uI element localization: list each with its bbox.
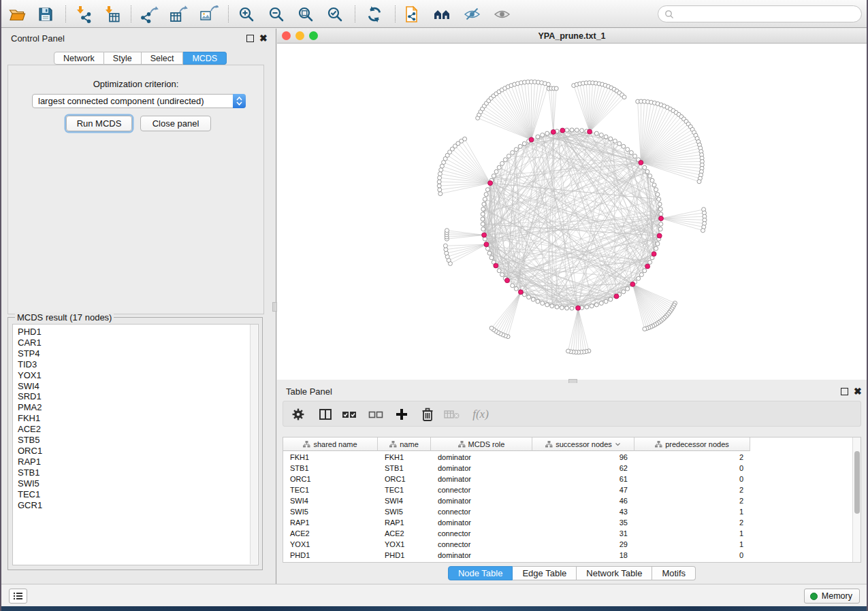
function-builder-icon[interactable]: f(x) — [471, 405, 490, 424]
mcds-result-item[interactable]: FKH1 — [18, 413, 258, 424]
cell-successor-nodes: 29 — [532, 539, 634, 550]
network-view[interactable] — [277, 44, 867, 380]
network-window-titlebar[interactable]: YPA_prune.txt_1 — [277, 29, 867, 44]
zoom-selected-icon[interactable] — [325, 5, 344, 24]
column-header-shared-name[interactable]: shared name — [283, 437, 378, 451]
mcds-result-item[interactable]: GCR1 — [18, 500, 258, 511]
cell-name: FKH1 — [378, 452, 431, 463]
column-header-name[interactable]: name — [378, 437, 431, 451]
column-header-predecessor-nodes[interactable]: predecessor nodes — [634, 437, 750, 451]
table-row[interactable]: STB1STB1dominator620 — [283, 463, 853, 474]
mcds-result-item[interactable]: SWI4 — [18, 381, 258, 392]
tab-edge-table[interactable]: Edge Table — [513, 566, 577, 580]
table-row[interactable]: ORC1ORC1dominator610 — [283, 474, 853, 484]
cell-shared-name: FKH1 — [283, 452, 378, 463]
table-row[interactable]: RAP1RAP1dominator352 — [283, 517, 853, 528]
cell-predecessor-nodes: 2 — [634, 495, 750, 506]
table-row[interactable]: YOX1YOX1connector291 — [283, 539, 853, 550]
tab-motifs[interactable]: Motifs — [652, 566, 696, 580]
cell-MCDS-role: dominator — [431, 517, 532, 528]
save-icon[interactable] — [36, 5, 55, 24]
zoom-fit-icon[interactable] — [296, 5, 315, 24]
task-history-button[interactable] — [9, 589, 27, 604]
mcds-result-item[interactable]: TID3 — [18, 359, 258, 370]
cell-MCDS-role: connector — [431, 528, 532, 539]
table-row[interactable]: SWI5SWI5connector431 — [283, 506, 853, 517]
table-row[interactable]: SWI4SWI4dominator462 — [283, 495, 853, 506]
mcds-result-item[interactable]: STB1 — [18, 467, 258, 478]
cell-name: ORC1 — [378, 474, 431, 484]
tab-node-table[interactable]: Node Table — [448, 566, 513, 580]
hide-selected-icon[interactable] — [463, 5, 482, 24]
status-bar: Memory — [0, 584, 868, 606]
network-file-icon[interactable] — [402, 5, 421, 24]
table-scrollbar-thumb[interactable] — [854, 451, 860, 514]
mcds-result-item[interactable]: STP4 — [18, 348, 258, 359]
table-panel-close-icon[interactable]: ✖ — [854, 386, 862, 397]
optimization-criterion-select[interactable]: largest connected component (undirected) — [32, 94, 246, 108]
first-neighbors-icon[interactable] — [433, 5, 452, 24]
delete-icon[interactable] — [418, 405, 437, 424]
mcds-result-group: MCDS result (17 nodes) PHD1CAR1STP4TID3Y… — [7, 317, 263, 570]
tab-network-table[interactable]: Network Table — [577, 566, 652, 580]
refresh-icon[interactable] — [365, 5, 384, 24]
tab-style[interactable]: Style — [104, 52, 142, 65]
tab-mcds[interactable]: MCDS — [183, 52, 227, 65]
select-all-icon[interactable] — [340, 405, 359, 424]
vertical-divider-grip[interactable] — [272, 302, 277, 312]
table-row[interactable]: ACE2ACE2connector311 — [283, 528, 853, 539]
import-network-icon[interactable] — [74, 5, 93, 24]
cell-name: SWI4 — [378, 495, 431, 506]
export-table-icon[interactable] — [170, 5, 189, 24]
add-icon[interactable] — [392, 405, 411, 424]
mcds-result-item[interactable]: TEC1 — [18, 489, 258, 500]
zoom-out-icon[interactable] — [267, 5, 286, 24]
mcds-list-scrollbar[interactable] — [250, 325, 257, 564]
memory-button[interactable]: Memory — [804, 589, 860, 604]
import-table-icon[interactable] — [103, 5, 122, 24]
tab-select[interactable]: Select — [142, 52, 184, 65]
run-mcds-button[interactable]: Run MCDS — [66, 116, 132, 131]
export-network-icon[interactable] — [140, 5, 159, 24]
tab-network[interactable]: Network — [54, 52, 104, 65]
cell-MCDS-role: connector — [431, 484, 532, 495]
main-toolbar — [0, 0, 868, 28]
table-row[interactable]: FKH1FKH1dominator962 — [283, 452, 853, 463]
unselect-all-icon[interactable] — [366, 405, 385, 424]
cell-name: RAP1 — [378, 517, 431, 528]
cell-successor-nodes: 61 — [532, 474, 634, 484]
mcds-result-item[interactable]: SWI5 — [18, 478, 258, 489]
mcds-result-item[interactable]: CAR1 — [18, 337, 258, 348]
zoom-in-icon[interactable] — [237, 5, 256, 24]
open-folder-icon[interactable] — [8, 5, 27, 24]
mcds-result-item[interactable]: ORC1 — [18, 446, 258, 457]
control-panel-close-icon[interactable]: ✖ — [259, 33, 268, 44]
columns-icon[interactable] — [316, 405, 335, 424]
mcds-result-item[interactable]: YOX1 — [18, 370, 258, 381]
cell-shared-name: ORC1 — [283, 474, 378, 484]
mcds-result-item[interactable]: PHD1 — [18, 327, 258, 337]
table-panel-float-icon[interactable] — [841, 388, 848, 395]
column-header-successor-nodes[interactable]: successor nodes — [532, 437, 634, 451]
gear-icon[interactable] — [289, 405, 308, 424]
search-input[interactable] — [658, 5, 862, 22]
table-scrollbar[interactable] — [852, 437, 861, 562]
cell-successor-nodes: 35 — [532, 517, 634, 528]
mcds-result-item[interactable]: SRD1 — [18, 391, 258, 402]
mcds-result-item[interactable]: RAP1 — [18, 457, 258, 467]
mcds-result-list[interactable]: PHD1CAR1STP4TID3YOX1SWI4SRD1PMA2FKH1ACE2… — [12, 324, 259, 565]
export-image-icon[interactable] — [199, 5, 219, 24]
toolbar-separator — [228, 5, 229, 22]
cell-MCDS-role: dominator — [431, 495, 532, 506]
mcds-result-item[interactable]: STB5 — [18, 435, 258, 446]
show-all-icon[interactable] — [493, 5, 512, 24]
close-panel-button[interactable]: Close panel — [140, 116, 211, 131]
control-panel-float-icon[interactable] — [246, 35, 254, 42]
column-header-MCDS-role[interactable]: MCDS role — [431, 437, 532, 451]
table-row[interactable]: PHD1PHD1dominator180 — [283, 550, 853, 561]
mcds-result-item[interactable]: ACE2 — [18, 424, 258, 435]
mcds-result-item[interactable]: PMA2 — [18, 402, 258, 413]
delete-table-icon[interactable] — [443, 405, 462, 424]
memory-status-icon — [810, 593, 818, 600]
table-row[interactable]: TEC1TEC1connector472 — [283, 484, 853, 495]
